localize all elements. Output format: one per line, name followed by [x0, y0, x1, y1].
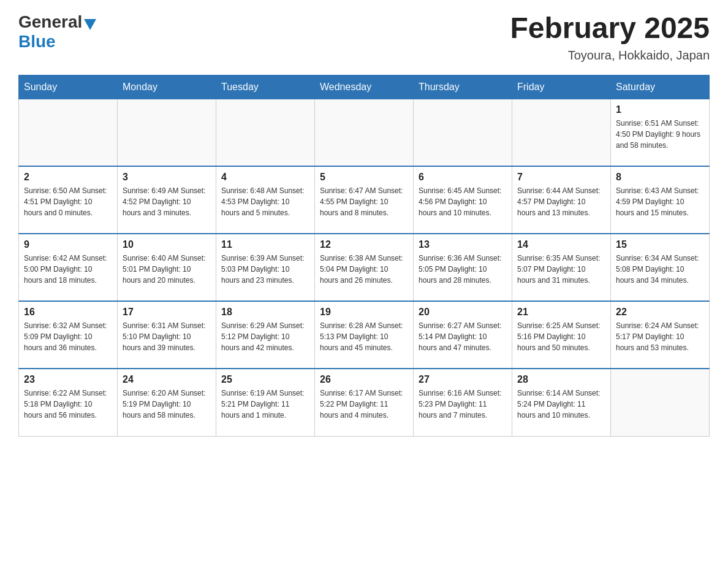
calendar-day-cell: 15Sunrise: 6:34 AM Sunset: 5:08 PM Dayli…: [611, 234, 710, 301]
day-number: 3: [123, 172, 211, 183]
day-info: Sunrise: 6:29 AM Sunset: 5:12 PM Dayligh…: [221, 320, 309, 353]
calendar-day-cell: 16Sunrise: 6:32 AM Sunset: 5:09 PM Dayli…: [19, 301, 118, 369]
calendar-day-cell: 28Sunrise: 6:14 AM Sunset: 5:24 PM Dayli…: [512, 369, 611, 436]
day-number: 13: [419, 239, 507, 250]
calendar-day-cell: 14Sunrise: 6:35 AM Sunset: 5:07 PM Dayli…: [512, 234, 611, 301]
day-number: 1: [616, 104, 704, 115]
day-info: Sunrise: 6:50 AM Sunset: 4:51 PM Dayligh…: [24, 185, 112, 218]
day-info: Sunrise: 6:36 AM Sunset: 5:05 PM Dayligh…: [419, 253, 507, 286]
day-of-week-header: Thursday: [414, 75, 512, 99]
day-number: 27: [419, 374, 507, 385]
day-info: Sunrise: 6:19 AM Sunset: 5:21 PM Dayligh…: [221, 388, 309, 421]
logo-general-text: General: [18, 12, 82, 32]
calendar-day-cell: 24Sunrise: 6:20 AM Sunset: 5:19 PM Dayli…: [118, 369, 216, 436]
calendar-day-cell: 20Sunrise: 6:27 AM Sunset: 5:14 PM Dayli…: [414, 301, 512, 369]
calendar-day-cell: 6Sunrise: 6:45 AM Sunset: 4:56 PM Daylig…: [414, 166, 512, 234]
day-number: 5: [320, 172, 408, 183]
day-info: Sunrise: 6:49 AM Sunset: 4:52 PM Dayligh…: [123, 185, 211, 218]
calendar-day-cell: [315, 99, 414, 166]
calendar-day-cell: [118, 99, 216, 166]
day-number: 21: [517, 307, 605, 318]
day-number: 7: [517, 172, 605, 183]
day-number: 28: [517, 374, 605, 385]
day-number: 24: [123, 374, 211, 385]
calendar-day-cell: 13Sunrise: 6:36 AM Sunset: 5:05 PM Dayli…: [414, 234, 512, 301]
day-number: 14: [517, 239, 605, 250]
day-number: 9: [24, 239, 112, 250]
calendar-week-row: 16Sunrise: 6:32 AM Sunset: 5:09 PM Dayli…: [19, 301, 710, 369]
calendar-day-cell: 26Sunrise: 6:17 AM Sunset: 5:22 PM Dayli…: [315, 369, 414, 436]
calendar-day-cell: 3Sunrise: 6:49 AM Sunset: 4:52 PM Daylig…: [118, 166, 216, 234]
logo: General Blue: [18, 12, 98, 52]
calendar-week-row: 2Sunrise: 6:50 AM Sunset: 4:51 PM Daylig…: [19, 166, 710, 234]
calendar-day-cell: 23Sunrise: 6:22 AM Sunset: 5:18 PM Dayli…: [19, 369, 118, 436]
day-number: 19: [320, 307, 408, 318]
calendar-week-row: 1Sunrise: 6:51 AM Sunset: 4:50 PM Daylig…: [19, 99, 710, 166]
day-info: Sunrise: 6:35 AM Sunset: 5:07 PM Dayligh…: [517, 253, 605, 286]
calendar-day-cell: 8Sunrise: 6:43 AM Sunset: 4:59 PM Daylig…: [611, 166, 710, 234]
day-info: Sunrise: 6:43 AM Sunset: 4:59 PM Dayligh…: [616, 185, 704, 218]
day-info: Sunrise: 6:17 AM Sunset: 5:22 PM Dayligh…: [320, 388, 408, 421]
day-number: 17: [123, 307, 211, 318]
day-number: 20: [419, 307, 507, 318]
day-number: 11: [221, 239, 309, 250]
day-info: Sunrise: 6:32 AM Sunset: 5:09 PM Dayligh…: [24, 320, 112, 353]
day-info: Sunrise: 6:42 AM Sunset: 5:00 PM Dayligh…: [24, 253, 112, 286]
day-number: 26: [320, 374, 408, 385]
calendar-table: SundayMondayTuesdayWednesdayThursdayFrid…: [18, 75, 710, 437]
day-number: 12: [320, 239, 408, 250]
day-of-week-header: Tuesday: [216, 75, 315, 99]
logo-blue-text: Blue: [18, 32, 56, 51]
calendar-day-cell: 2Sunrise: 6:50 AM Sunset: 4:51 PM Daylig…: [19, 166, 118, 234]
day-number: 16: [24, 307, 112, 318]
calendar-day-cell: 9Sunrise: 6:42 AM Sunset: 5:00 PM Daylig…: [19, 234, 118, 301]
day-info: Sunrise: 6:34 AM Sunset: 5:08 PM Dayligh…: [616, 253, 704, 286]
calendar-title: February 2025: [510, 12, 710, 45]
day-number: 23: [24, 374, 112, 385]
day-number: 6: [419, 172, 507, 183]
day-info: Sunrise: 6:38 AM Sunset: 5:04 PM Dayligh…: [320, 253, 408, 286]
day-info: Sunrise: 6:27 AM Sunset: 5:14 PM Dayligh…: [419, 320, 507, 353]
calendar-day-cell: 4Sunrise: 6:48 AM Sunset: 4:53 PM Daylig…: [216, 166, 315, 234]
day-info: Sunrise: 6:25 AM Sunset: 5:16 PM Dayligh…: [517, 320, 605, 353]
day-info: Sunrise: 6:14 AM Sunset: 5:24 PM Dayligh…: [517, 388, 605, 421]
calendar-day-cell: 22Sunrise: 6:24 AM Sunset: 5:17 PM Dayli…: [611, 301, 710, 369]
calendar-day-cell: 7Sunrise: 6:44 AM Sunset: 4:57 PM Daylig…: [512, 166, 611, 234]
calendar-day-cell: 12Sunrise: 6:38 AM Sunset: 5:04 PM Dayli…: [315, 234, 414, 301]
day-info: Sunrise: 6:40 AM Sunset: 5:01 PM Dayligh…: [123, 253, 211, 286]
calendar-header-row: SundayMondayTuesdayWednesdayThursdayFrid…: [19, 75, 710, 99]
page-header: General Blue February 2025 Toyoura, Hokk…: [18, 12, 710, 63]
calendar-day-cell: 11Sunrise: 6:39 AM Sunset: 5:03 PM Dayli…: [216, 234, 315, 301]
day-info: Sunrise: 6:51 AM Sunset: 4:50 PM Dayligh…: [616, 118, 704, 151]
calendar-day-cell: 19Sunrise: 6:28 AM Sunset: 5:13 PM Dayli…: [315, 301, 414, 369]
calendar-day-cell: [611, 369, 710, 436]
calendar-week-row: 23Sunrise: 6:22 AM Sunset: 5:18 PM Dayli…: [19, 369, 710, 436]
day-info: Sunrise: 6:28 AM Sunset: 5:13 PM Dayligh…: [320, 320, 408, 353]
day-info: Sunrise: 6:44 AM Sunset: 4:57 PM Dayligh…: [517, 185, 605, 218]
logo-triangle-icon: [84, 19, 96, 30]
calendar-subtitle: Toyoura, Hokkaido, Japan: [510, 48, 710, 63]
calendar-day-cell: 10Sunrise: 6:40 AM Sunset: 5:01 PM Dayli…: [118, 234, 216, 301]
day-number: 10: [123, 239, 211, 250]
calendar-day-cell: 27Sunrise: 6:16 AM Sunset: 5:23 PM Dayli…: [414, 369, 512, 436]
day-number: 15: [616, 239, 704, 250]
day-number: 2: [24, 172, 112, 183]
day-number: 4: [221, 172, 309, 183]
day-of-week-header: Friday: [512, 75, 611, 99]
day-number: 22: [616, 307, 704, 318]
day-number: 25: [221, 374, 309, 385]
day-of-week-header: Sunday: [19, 75, 118, 99]
calendar-day-cell: [19, 99, 118, 166]
day-of-week-header: Wednesday: [315, 75, 414, 99]
day-info: Sunrise: 6:16 AM Sunset: 5:23 PM Dayligh…: [419, 388, 507, 421]
day-info: Sunrise: 6:20 AM Sunset: 5:19 PM Dayligh…: [123, 388, 211, 421]
day-of-week-header: Saturday: [611, 75, 710, 99]
day-info: Sunrise: 6:47 AM Sunset: 4:55 PM Dayligh…: [320, 185, 408, 218]
calendar-day-cell: [414, 99, 512, 166]
day-number: 8: [616, 172, 704, 183]
calendar-day-cell: 18Sunrise: 6:29 AM Sunset: 5:12 PM Dayli…: [216, 301, 315, 369]
day-info: Sunrise: 6:39 AM Sunset: 5:03 PM Dayligh…: [221, 253, 309, 286]
day-info: Sunrise: 6:22 AM Sunset: 5:18 PM Dayligh…: [24, 388, 112, 421]
calendar-day-cell: 17Sunrise: 6:31 AM Sunset: 5:10 PM Dayli…: [118, 301, 216, 369]
calendar-day-cell: 21Sunrise: 6:25 AM Sunset: 5:16 PM Dayli…: [512, 301, 611, 369]
